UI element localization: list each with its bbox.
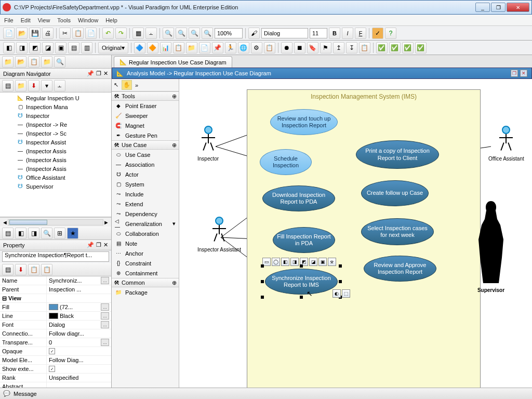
usecase-print[interactable]: Print a copy of Inspection Report to Cli…	[356, 140, 439, 169]
pt2-4-icon[interactable]: 📋	[41, 264, 52, 275]
prop-pin-icon[interactable]: 📌	[87, 242, 94, 248]
sel-t5-icon[interactable]: ◩	[300, 258, 308, 266]
actor-supervisor[interactable]: Supervisor	[475, 201, 507, 293]
usecase-download[interactable]: Download Inspection Report to PDA	[262, 185, 335, 211]
palette-group[interactable]: 🛠Common⊕	[112, 278, 179, 287]
actor-office[interactable]: Office Assistant	[488, 126, 524, 162]
actor-inspector[interactable]: Inspector	[197, 126, 219, 162]
grid-icon[interactable]: ▦	[132, 28, 144, 39]
tab-usecase-diagram[interactable]: 📐 Regular Inspection Use Case Diagram	[114, 56, 232, 68]
tb2-18-icon[interactable]: 📋	[264, 42, 275, 54]
property-selector[interactable]: Synchronize Inspection¶Report t...	[2, 251, 109, 262]
redo-icon[interactable]: ↷	[115, 28, 127, 39]
menu-window[interactable]: Window	[78, 17, 98, 23]
property-row[interactable]: ⊟ View	[0, 294, 111, 303]
nav-icon-2[interactable]: 📂	[15, 56, 26, 68]
menu-tools[interactable]: Tools	[57, 17, 71, 23]
sel-t2-icon[interactable]: ◯	[272, 258, 280, 266]
property-row[interactable]: LineBlack…	[0, 312, 111, 321]
property-row[interactable]: RankUnspecified	[0, 374, 111, 382]
tree-item[interactable]: ☋Supervisor	[1, 182, 110, 191]
bold-icon[interactable]: B	[329, 28, 340, 39]
restore-icon[interactable]: ❐	[96, 70, 101, 77]
usecase-select[interactable]: Select Inspection cases for next week	[361, 218, 434, 245]
tb2-check1-icon[interactable]: ✅	[376, 42, 388, 54]
tb2-17-icon[interactable]: ⚙	[251, 42, 262, 54]
pin-icon[interactable]: 📌	[87, 70, 94, 77]
tb2-stop-icon[interactable]: ⏹	[294, 42, 305, 54]
tb2-15-icon[interactable]: 🏃	[225, 42, 236, 54]
sel-t8-icon[interactable]: ※	[328, 258, 336, 266]
tb2-copy2-icon[interactable]: 📋	[359, 42, 370, 54]
palette-item[interactable]: —Association	[112, 159, 179, 169]
fontcolor-icon[interactable]: F	[355, 28, 366, 39]
prop-restore-icon[interactable]: ❐	[96, 242, 101, 248]
tree-item[interactable]: —(Inspector Assis	[1, 155, 110, 164]
pt2-2-icon[interactable]: ⬇	[15, 264, 26, 275]
zoomout-icon[interactable]: 🔍	[176, 28, 187, 39]
zoom100-icon[interactable]: 🔍	[202, 28, 213, 39]
tb2-up-icon[interactable]: ↥	[333, 42, 344, 54]
nt-5-icon[interactable]: ⫠	[54, 80, 65, 91]
palette-item[interactable]: ▢System	[112, 179, 179, 189]
nav-icon-5[interactable]: 🔍	[54, 56, 65, 68]
tb2-record-icon[interactable]: ⏺	[281, 42, 292, 54]
palette-item[interactable]: 🧹Sweeper	[112, 111, 179, 121]
print-icon[interactable]: 🖨	[42, 28, 54, 39]
undo-icon[interactable]: ↶	[102, 28, 114, 39]
pt-2-icon[interactable]: ◧	[15, 228, 26, 239]
usecase-approve[interactable]: Review and Approve Inspection Report	[364, 256, 436, 282]
palette-item[interactable]: {}Constraint	[112, 258, 179, 268]
property-row[interactable]: ParentInspection ...	[0, 285, 111, 294]
palette-item[interactable]: ☋Actor	[112, 169, 179, 179]
spellcheck-icon[interactable]: ✓	[372, 28, 383, 39]
align-icon[interactable]: ⫠	[145, 28, 157, 39]
usecase-review[interactable]: Review and touch up Inspection Report	[270, 109, 338, 135]
tb2-flag-icon[interactable]: ⚑	[320, 42, 331, 54]
paintbrush-icon[interactable]: 🖌	[248, 28, 260, 39]
palette-item[interactable]: ◆Point Eraser	[112, 101, 179, 111]
message-icon[interactable]: 💬	[3, 390, 10, 397]
palette-group[interactable]: 🛠Use Case⊕	[112, 140, 179, 150]
nt-2-icon[interactable]: 📁	[15, 80, 26, 91]
zoomfit-icon[interactable]: 🔍	[189, 28, 200, 39]
tree-item[interactable]: ☋Office Assistant	[1, 173, 110, 182]
property-row[interactable]: FontDialog…	[0, 321, 111, 329]
pt-4-icon[interactable]: 🔍	[41, 228, 52, 239]
pt-1-icon[interactable]: ▤	[2, 228, 14, 239]
tb2-16-icon[interactable]: 🌐	[238, 42, 249, 54]
tb2-8-icon[interactable]: 🔷	[134, 42, 145, 54]
nt-4-icon[interactable]: ▾	[41, 80, 52, 91]
tb2-3-icon[interactable]: ◩	[29, 42, 41, 54]
palette-item[interactable]: ⋯Anchor	[112, 248, 179, 258]
palette-item[interactable]: 📁Package	[112, 287, 179, 297]
palette-item[interactable]: ⤳Include	[112, 189, 179, 199]
menu-view[interactable]: View	[38, 17, 50, 23]
tree-item[interactable]: —(Inspector Assis	[1, 147, 110, 155]
property-row[interactable]: Connectio...Follow diagr...	[0, 329, 111, 338]
tb2-check2-icon[interactable]: ✅	[389, 42, 401, 54]
tb2-check4-icon[interactable]: ✅	[415, 42, 427, 54]
tb2-13-icon[interactable]: 📄	[199, 42, 210, 54]
nt-3-icon[interactable]: ⬇	[28, 80, 39, 91]
tb2-9-icon[interactable]: 🔶	[147, 42, 158, 54]
property-row[interactable]: Show exte...✓	[0, 365, 111, 374]
zoom-select[interactable]	[215, 28, 243, 38]
tb2-4-icon[interactable]: ◪	[42, 42, 54, 54]
actor-assistant[interactable]: Inspector Assistant	[197, 217, 241, 252]
zoomin-icon[interactable]: 🔍	[163, 28, 174, 39]
cut-icon[interactable]: ✂	[59, 28, 71, 39]
tree-hscroll[interactable]: ◄►	[0, 217, 111, 227]
palette-item[interactable]: ⤳Extend	[112, 199, 179, 209]
close-button[interactable]: ✕	[507, 3, 529, 12]
tree-item[interactable]: —(Inspector -> Re	[1, 120, 110, 129]
pt2-1-icon[interactable]: ▤	[2, 264, 14, 275]
nav-icon-3[interactable]: 📋	[28, 56, 39, 68]
copy-icon[interactable]: 📋	[72, 28, 84, 39]
usecase-create[interactable]: Create follow up Case	[361, 180, 429, 206]
menu-help[interactable]: Help	[105, 17, 117, 23]
close-panel-icon[interactable]: ✕	[103, 70, 108, 77]
paste-icon[interactable]: 📄	[85, 28, 97, 39]
nt-1-icon[interactable]: ▤	[2, 80, 14, 91]
new-project-icon[interactable]: 📄	[3, 28, 15, 39]
